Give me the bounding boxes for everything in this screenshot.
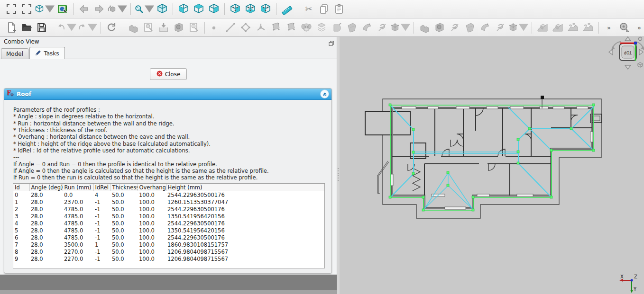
cell-overhang[interactable]: 100.0	[138, 191, 166, 199]
arch-building-button[interactable]	[551, 20, 565, 35]
front-view-button[interactable]	[176, 2, 191, 16]
cell-run[interactable]: 3500.0	[63, 241, 93, 248]
draft-facebinder-button[interactable]	[299, 20, 313, 35]
cell-overhang[interactable]: 100.0	[138, 205, 166, 213]
redo-button[interactable]	[77, 20, 97, 35]
cell-height[interactable]: 1206.9804098715567	[166, 248, 324, 255]
collapse-button[interactable]	[320, 89, 329, 98]
new-document-button[interactable]	[4, 20, 18, 35]
profile-row[interactable]: 8 28.0 2270.0 -1 50.0 100.0 1206.9804098…	[13, 248, 324, 255]
navigation-cube[interactable]: TOP	[607, 36, 644, 78]
cell-run[interactable]: 2370.0	[63, 198, 93, 205]
cell-height[interactable]: 1860.9830108151757	[166, 241, 324, 248]
cell-idrel[interactable]: -1	[93, 227, 110, 234]
cell-angle[interactable]: 28.0	[29, 191, 63, 199]
arch-rebar-button[interactable]	[448, 20, 462, 35]
col-id[interactable]: Id	[13, 184, 29, 191]
roof-profiles-table[interactable]: Id Angle (deg) Run (mm) IdRel Thickness …	[13, 183, 325, 268]
draft-surface-button[interactable]	[269, 20, 283, 35]
cell-height[interactable]: 1350.541956420156	[166, 227, 324, 234]
cut-button[interactable]: ✂	[302, 2, 316, 16]
part-cylinder-button[interactable]	[330, 20, 344, 35]
profile-row[interactable]: 5 28.0 4785.0 -1 50.0 100.0 1350.5419564…	[13, 227, 324, 234]
cell-idrel[interactable]: -1	[93, 205, 110, 213]
cell-idrel[interactable]: -1	[93, 255, 110, 262]
profile-row[interactable]: 3 28.0 4785.0 -1 50.0 100.0 1350.5419564…	[13, 213, 324, 220]
validate-sketch-button[interactable]	[187, 20, 201, 35]
arch-panel-button[interactable]	[463, 20, 477, 35]
cell-angle[interactable]: 28.0	[29, 234, 63, 241]
box-selection-button[interactable]	[19, 2, 34, 16]
paste-button[interactable]	[332, 2, 346, 16]
cell-run[interactable]: 4785.0	[63, 234, 93, 241]
cell-height[interactable]: 1206.9804098715567	[166, 255, 324, 262]
tab-model[interactable]: Model	[1, 48, 28, 59]
cell-overhang[interactable]: 100.0	[138, 227, 166, 234]
arch-floor-button[interactable]	[566, 20, 580, 35]
cell-overhang[interactable]: 100.0	[138, 234, 166, 241]
profile-row[interactable]: 1 28.0 2370.0 -1 50.0 100.0 1260.1513530…	[13, 198, 324, 205]
bottom-view-button[interactable]	[243, 2, 258, 16]
draft-rectangle-button[interactable]	[239, 20, 253, 35]
box-element-selection-button[interactable]	[4, 2, 18, 16]
cell-height[interactable]: 1350.541956420156	[166, 213, 324, 220]
cell-id[interactable]: 2	[13, 205, 29, 213]
col-angle[interactable]: Angle (deg)	[29, 184, 63, 191]
cell-id[interactable]: 7	[13, 241, 29, 248]
col-thickness[interactable]: Thickness (mm)	[110, 184, 138, 191]
view-forward-button[interactable]	[92, 2, 106, 16]
part-helix-button[interactable]	[375, 20, 389, 35]
draft-line-button[interactable]	[223, 20, 238, 35]
tab-tasks[interactable]: Tasks	[29, 47, 65, 59]
profile-row[interactable]: 6 28.0 4785.0 -1 50.0 100.0 2544.2296305…	[13, 234, 324, 241]
toolbar-overflow-2-button[interactable]: »	[632, 20, 644, 35]
import-shape-button[interactable]	[156, 20, 171, 35]
cell-overhang[interactable]: 100.0	[138, 220, 166, 227]
col-run[interactable]: Run (mm)	[63, 184, 93, 191]
cell-idrel[interactable]: -1	[93, 198, 110, 205]
cell-thickness[interactable]: 50.0	[110, 220, 138, 227]
arch-structure-button[interactable]	[432, 20, 447, 35]
cell-height[interactable]: 2544.229630500176	[166, 191, 324, 199]
cell-overhang[interactable]: 100.0	[138, 255, 166, 262]
open-document-button[interactable]	[19, 20, 34, 35]
profile-row[interactable]: 0 28.0 0.0 4 50.0 100.0 2544.22963050017…	[13, 191, 324, 199]
cell-id[interactable]: 5	[13, 227, 29, 234]
cell-overhang[interactable]: 100.0	[138, 248, 166, 255]
cell-run[interactable]: 4785.0	[63, 227, 93, 234]
top-view-button[interactable]	[192, 2, 206, 16]
cell-height[interactable]: 2544.229630500176	[166, 234, 324, 241]
cell-idrel[interactable]: 4	[93, 191, 110, 199]
cell-idrel[interactable]: -1	[93, 220, 110, 227]
cell-thickness[interactable]: 50.0	[110, 234, 138, 241]
cell-thickness[interactable]: 50.0	[110, 248, 138, 255]
cell-run[interactable]: 2270.0	[63, 255, 93, 262]
undo-button[interactable]	[56, 20, 76, 35]
part-loft-button[interactable]	[360, 20, 374, 35]
cell-angle[interactable]: 28.0	[29, 248, 63, 255]
toolbar-overflow-button[interactable]: »	[602, 20, 616, 35]
cell-angle[interactable]: 28.0	[29, 220, 63, 227]
roof-dialog-header[interactable]: F Roof	[4, 89, 331, 100]
cell-angle[interactable]: 28.0	[29, 227, 63, 234]
cell-thickness[interactable]: 50.0	[110, 241, 138, 248]
cell-angle[interactable]: 28.0	[29, 213, 63, 220]
cell-idrel[interactable]: -1	[93, 234, 110, 241]
cell-overhang[interactable]: 100.0	[138, 198, 166, 205]
zoom-tools-button[interactable]	[134, 2, 154, 16]
cell-id[interactable]: 8	[13, 248, 29, 255]
col-idrel[interactable]: IdRel	[93, 184, 110, 191]
profile-row[interactable]: 2 28.0 4785.0 -1 50.0 100.0 2544.2296305…	[13, 205, 324, 213]
measure-tape-button[interactable]	[617, 20, 631, 35]
col-overhang[interactable]: Overhang (mm)	[138, 184, 166, 191]
cell-thickness[interactable]: 50.0	[110, 227, 138, 234]
view-back-button[interactable]	[77, 2, 91, 16]
cell-angle[interactable]: 28.0	[29, 241, 63, 248]
cell-thickness[interactable]: 50.0	[110, 255, 138, 262]
draft-point-button[interactable]	[208, 20, 222, 35]
axonometric-view-button[interactable]	[155, 2, 169, 16]
arch-window-button[interactable]	[581, 20, 595, 35]
cell-angle[interactable]: 28.0	[29, 255, 63, 262]
cell-thickness[interactable]: 50.0	[110, 198, 138, 205]
copy-button[interactable]	[317, 2, 331, 16]
